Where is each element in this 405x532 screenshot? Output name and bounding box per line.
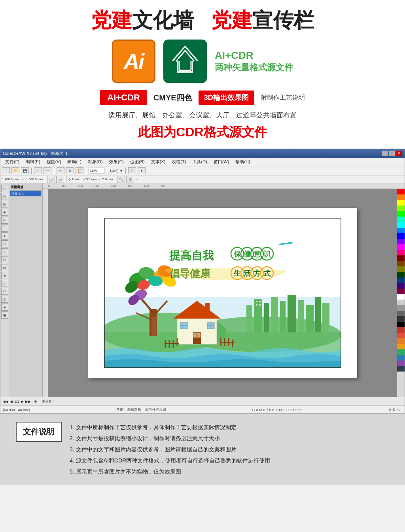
swatch-white[interactable]: [397, 294, 405, 300]
tool-zoom[interactable]: ⊕: [1, 209, 8, 216]
tb-zoom-input[interactable]: [89, 168, 104, 174]
tb-new[interactable]: □: [2, 167, 10, 174]
swatch-darker-gray[interactable]: [397, 316, 405, 322]
tb-more[interactable]: ▼: [138, 167, 146, 174]
tb-open[interactable]: 📂: [11, 167, 19, 174]
swatch-dark-pink[interactable]: [397, 289, 405, 294]
tb2-portrait[interactable]: ☐: [47, 176, 55, 183]
menu-help[interactable]: 帮助(H): [232, 158, 253, 166]
tool-freehand[interactable]: ✏: [1, 217, 8, 224]
svg-rect-14: [254, 299, 262, 332]
title-part2: 文化墙: [132, 9, 194, 32]
swatch-red[interactable]: [397, 189, 405, 194]
menu-file[interactable]: 文件(F): [2, 158, 23, 166]
tb2-size1: 1,400.0 mm: [2, 177, 19, 181]
tool-polygon[interactable]: ⬠: [1, 256, 8, 263]
page-next[interactable]: ▶: [21, 400, 24, 404]
swatch-sunflower[interactable]: [397, 344, 405, 349]
close-button[interactable]: ✕: [396, 151, 402, 156]
swatch-light-gray[interactable]: [397, 300, 405, 305]
page-tab[interactable]: 未命名-1: [42, 399, 54, 404]
svg-text:提高自我: 提高自我: [169, 249, 214, 262]
swatch-blue[interactable]: [397, 233, 405, 239]
tool-shadow[interactable]: ▣: [1, 311, 8, 319]
swatch-indigo[interactable]: [397, 283, 405, 289]
tb-redo[interactable]: ↪: [44, 167, 51, 174]
tool-shape[interactable]: ◰: [1, 201, 8, 208]
swatch-dark-green[interactable]: [397, 272, 405, 277]
swatch-peter-river[interactable]: [397, 355, 405, 360]
swatch-navy[interactable]: [397, 277, 405, 283]
minimize-button[interactable]: _: [382, 151, 388, 156]
tool-node[interactable]: ⬡: [1, 193, 8, 200]
swatch-teal[interactable]: [397, 217, 405, 222]
tb-grid[interactable]: ⊞: [128, 167, 136, 174]
menu-effects[interactable]: 效果(C): [106, 158, 127, 166]
tb-copy[interactable]: ⧉: [66, 167, 74, 174]
layer-item-1[interactable]: 未命名-1: [10, 191, 42, 196]
menu-view[interactable]: 视图(V): [44, 158, 64, 166]
menu-table[interactable]: 表格(T): [168, 158, 189, 166]
tool-eyedrop[interactable]: 💉: [1, 280, 8, 287]
menu-window[interactable]: 窗口(W): [210, 158, 233, 166]
menu-layout[interactable]: 布局(L): [64, 158, 84, 166]
svg-rect-46: [193, 333, 197, 338]
swatch-magenta[interactable]: [397, 244, 405, 250]
tb2-search[interactable]: 🔍: [117, 176, 125, 183]
tb2-zoom-in[interactable]: Q: [126, 176, 134, 183]
swatch-carrot[interactable]: [397, 338, 405, 344]
tool-blend[interactable]: ⬭: [1, 288, 8, 295]
file-desc-label: 文件说明: [16, 422, 62, 442]
swatch-blue-light[interactable]: [397, 228, 405, 233]
menu-tools[interactable]: 工具(D): [189, 158, 210, 166]
menu-object[interactable]: 对象(O): [85, 158, 106, 166]
page-prev-btn[interactable]: ◀◀: [3, 400, 8, 404]
title-part3: 党建: [211, 9, 252, 32]
tb-paste[interactable]: 📋: [76, 167, 83, 174]
swatch-wisteria[interactable]: [397, 360, 405, 366]
swatch-green[interactable]: [397, 211, 405, 217]
swatch-olive[interactable]: [397, 266, 405, 272]
canvas-viewport[interactable]: 提高自我 保 健 意 识: [48, 189, 397, 397]
page-next-end[interactable]: ▶▶: [25, 400, 31, 404]
swatch-crimson[interactable]: [397, 327, 405, 333]
tool-contour[interactable]: ◎: [1, 296, 8, 303]
tool-select[interactable]: ↖: [1, 185, 8, 192]
tool-extrude[interactable]: ⬙: [1, 304, 8, 311]
swatch-yellow[interactable]: [397, 200, 405, 206]
format-line1: AI+CDR: [215, 49, 293, 62]
tb-undo[interactable]: ↩: [34, 167, 42, 174]
tool-text[interactable]: A: [1, 232, 8, 240]
menu-bitmap[interactable]: 位图(B): [127, 158, 148, 166]
swatch-tomato[interactable]: [397, 333, 405, 338]
tb2-landscape[interactable]: ▭: [56, 176, 64, 183]
page-add[interactable]: ⊕: [34, 400, 37, 404]
swatch-emerald[interactable]: [397, 349, 405, 355]
layers-panel: 页面调整 未命名-1: [9, 183, 43, 397]
swatch-maroon[interactable]: [397, 255, 405, 261]
swatch-pink[interactable]: [397, 250, 405, 255]
tool-rect[interactable]: □: [1, 240, 8, 247]
swatch-lime[interactable]: [397, 206, 405, 211]
swatch-brown[interactable]: [397, 261, 405, 266]
status-zoom-btn[interactable]: ⊕ ⊖ ×元: [389, 407, 402, 412]
menu-edit[interactable]: 编辑(E): [23, 158, 44, 166]
tb-cut[interactable]: ✂: [57, 167, 64, 174]
tb2-sep3: [81, 176, 81, 183]
swatch-cyan[interactable]: [397, 222, 405, 228]
swatch-purple[interactable]: [397, 239, 405, 244]
tool-bezier[interactable]: ⌒: [1, 224, 8, 232]
tool-fill[interactable]: ◈: [1, 272, 8, 279]
tb-save[interactable]: 💾: [21, 167, 29, 174]
swatch-midnight[interactable]: [397, 366, 405, 372]
swatch-dark-gray[interactable]: [397, 311, 405, 316]
tool-ellipse[interactable]: ○: [1, 248, 8, 255]
page-prev[interactable]: ◀: [10, 400, 13, 404]
swatch-black[interactable]: [397, 322, 405, 327]
maximize-button[interactable]: □: [389, 151, 395, 156]
file-note-2: 2. 文件尺寸是投稿比例缩小设计，制作时请务必注意尺寸大小: [70, 433, 389, 444]
tool-spiral[interactable]: @: [1, 264, 8, 271]
swatch-orange[interactable]: [397, 194, 405, 200]
menu-text[interactable]: 文本(X): [148, 158, 169, 166]
swatch-gray[interactable]: [397, 305, 405, 311]
